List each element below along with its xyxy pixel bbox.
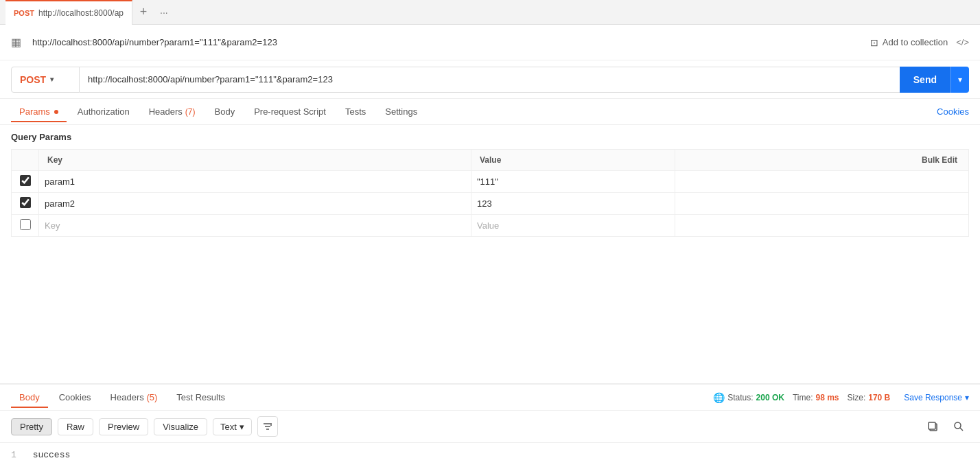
- url-bar-actions: ⊡ Add to collection </>: [870, 37, 969, 48]
- row2-key[interactable]: param2: [39, 193, 471, 215]
- text-format-dropdown[interactable]: Text ▾: [213, 418, 252, 435]
- empty-checkbox-cell: [12, 215, 39, 237]
- row2-checkbox[interactable]: [20, 197, 31, 208]
- response-tab-test-results[interactable]: Test Results: [168, 387, 233, 408]
- tab-method-badge: POST: [14, 9, 34, 17]
- send-button[interactable]: Send: [900, 67, 950, 93]
- method-selector[interactable]: POST ▾: [11, 67, 80, 93]
- format-visualize-button[interactable]: Visualize: [154, 418, 207, 435]
- row1-key[interactable]: param1: [39, 171, 471, 193]
- send-button-group: Send ▾: [900, 67, 969, 93]
- response-tab-cookies[interactable]: Cookies: [51, 387, 100, 408]
- text-format-chevron-icon: ▾: [240, 422, 244, 432]
- empty-extra: [675, 215, 969, 237]
- table-row-empty: Key Value: [12, 215, 969, 237]
- checkbox-header: [12, 150, 39, 171]
- response-size: 170 B: [868, 393, 890, 402]
- format-preview-button[interactable]: Preview: [99, 418, 148, 435]
- row1-extra: [675, 171, 969, 193]
- params-table-container: Key Value Bulk Edit param1: [0, 149, 980, 237]
- tab-params[interactable]: Params: [11, 101, 67, 122]
- format-pretty-button[interactable]: Pretty: [11, 418, 52, 435]
- response-content: success: [33, 450, 71, 460]
- right-icons: [922, 416, 969, 437]
- response-body: 1 success: [0, 443, 980, 467]
- save-response-chevron-icon: ▾: [965, 393, 969, 402]
- globe-icon: 🌐: [713, 392, 725, 403]
- app-container: POST http://localhost:8000/ap + ··· ▦ ht…: [0, 0, 980, 467]
- search-icon: [953, 421, 964, 432]
- response-nav-tabs: Body Cookies Headers (5) Test Results 🌐 …: [0, 385, 980, 411]
- value-header: Value: [471, 150, 675, 171]
- row1-checkbox-cell: [12, 171, 39, 193]
- svg-point-6: [955, 422, 961, 429]
- empty-value-cell[interactable]: Value: [471, 215, 675, 237]
- tab-tests[interactable]: Tests: [337, 101, 374, 122]
- row2-extra: [675, 193, 969, 215]
- collection-icon: ⊡: [870, 37, 878, 48]
- send-dropdown-button[interactable]: ▾: [950, 67, 969, 93]
- more-tabs-button[interactable]: ···: [154, 7, 174, 18]
- save-response-button[interactable]: Save Response ▾: [904, 393, 969, 402]
- request-nav-tabs: Params Authorization Headers (7) Body Pr…: [0, 99, 980, 125]
- url-bar-text: http://localhost:8000/api/number?param1=…: [32, 37, 862, 47]
- code-button[interactable]: </>: [956, 37, 969, 47]
- query-params-label: Query Params: [0, 125, 980, 149]
- params-dot: [54, 110, 58, 114]
- response-time: 98 ms: [816, 393, 839, 402]
- empty-row-checkbox[interactable]: [20, 219, 31, 230]
- status-bar: 🌐 Status: 200 OK Time: 98 ms Size: 170 B…: [713, 392, 969, 403]
- browser-tab[interactable]: POST http://localhost:8000/ap: [5, 0, 132, 25]
- key-header: Key: [39, 150, 471, 171]
- method-label: POST: [20, 74, 46, 85]
- new-tab-button[interactable]: +: [132, 1, 154, 23]
- tab-prerequest[interactable]: Pre-request Script: [246, 101, 334, 122]
- row2-checkbox-cell: [12, 193, 39, 215]
- table-row: param2 123: [12, 193, 969, 215]
- row2-value[interactable]: 123: [471, 193, 675, 215]
- filter-icon-button[interactable]: [257, 416, 278, 437]
- response-section: Body Cookies Headers (5) Test Results 🌐 …: [0, 383, 980, 467]
- app-icon: ▦: [11, 36, 21, 49]
- cookies-link[interactable]: Cookies: [937, 106, 969, 117]
- copy-icon-button[interactable]: [922, 416, 943, 437]
- url-bar: ▦ http://localhost:8000/api/number?param…: [0, 25, 980, 60]
- row1-checkbox[interactable]: [20, 175, 31, 186]
- line-number: 1: [11, 450, 16, 460]
- response-tab-body[interactable]: Body: [11, 387, 48, 408]
- filter-icon: [263, 422, 272, 431]
- bulk-edit-header[interactable]: Bulk Edit: [675, 150, 969, 171]
- status-code: 200 OK: [756, 393, 784, 402]
- svg-line-7: [960, 428, 963, 431]
- table-row: param1 "111": [12, 171, 969, 193]
- params-table: Key Value Bulk Edit param1: [11, 149, 969, 237]
- tab-url: http://localhost:8000/ap: [38, 8, 124, 18]
- tab-bar: POST http://localhost:8000/ap + ···: [0, 0, 980, 25]
- empty-key-cell[interactable]: Key: [39, 215, 471, 237]
- search-icon-button[interactable]: [948, 416, 969, 437]
- tab-headers[interactable]: Headers (7): [141, 101, 204, 122]
- svg-rect-5: [929, 422, 935, 429]
- response-tab-headers[interactable]: Headers (5): [102, 387, 166, 408]
- tab-settings[interactable]: Settings: [377, 101, 425, 122]
- copy-icon: [927, 421, 938, 432]
- tab-authorization[interactable]: Authorization: [69, 101, 138, 122]
- url-input[interactable]: [80, 67, 900, 93]
- request-bar: POST ▾ Send ▾: [0, 60, 980, 99]
- tab-body[interactable]: Body: [207, 101, 244, 122]
- method-chevron-icon: ▾: [50, 76, 54, 83]
- row1-value[interactable]: "111": [471, 171, 675, 193]
- format-bar: Pretty Raw Preview Visualize Text ▾: [0, 411, 980, 443]
- add-to-collection-button[interactable]: ⊡ Add to collection: [870, 37, 948, 48]
- format-raw-button[interactable]: Raw: [58, 418, 93, 435]
- params-section: Query Params Key Value Bulk Edit: [0, 125, 980, 383]
